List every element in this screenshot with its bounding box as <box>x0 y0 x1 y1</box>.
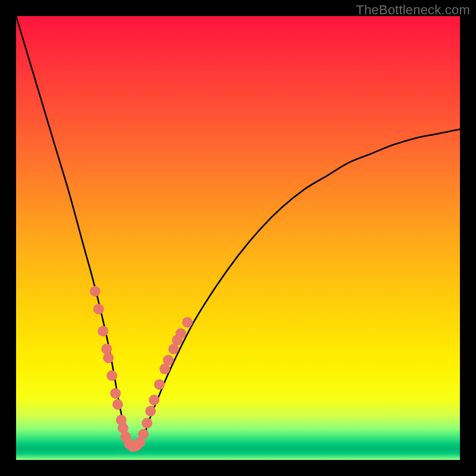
highlight-dot <box>142 418 152 428</box>
highlight-dot <box>110 388 121 399</box>
highlight-dot <box>101 344 112 355</box>
highlight-dot <box>103 352 114 363</box>
highlight-dot <box>145 406 156 416</box>
watermark-text: TheBottleneck.com <box>356 2 470 18</box>
chart-frame: TheBottleneck.com <box>0 0 476 476</box>
highlight-dot <box>98 326 108 337</box>
bottleneck-curve-path <box>16 16 460 447</box>
highlight-dots-group <box>90 286 193 452</box>
highlight-dot <box>149 394 159 405</box>
highlight-dot <box>93 303 104 314</box>
highlight-dot <box>107 370 117 381</box>
bottleneck-curve-svg <box>16 16 460 460</box>
highlight-dot <box>90 286 101 297</box>
highlight-dot <box>163 355 174 365</box>
highlight-dot <box>154 379 165 390</box>
highlight-dot <box>182 317 193 328</box>
plot-area <box>16 16 460 460</box>
highlight-dot <box>112 399 123 410</box>
highlight-dot <box>138 429 149 440</box>
highlight-dot <box>176 328 186 339</box>
